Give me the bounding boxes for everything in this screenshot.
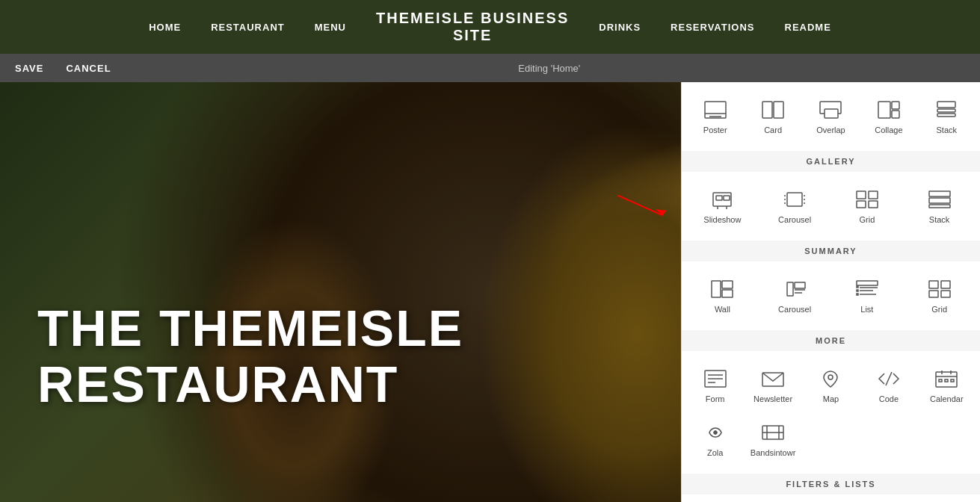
more-section-label: MORE (682, 330, 980, 351)
svg-rect-29 (857, 201, 866, 208)
svg-rect-27 (857, 191, 866, 199)
nav-restaurant[interactable]: RESTAURANT (211, 22, 285, 33)
stack-gallery-icon (926, 188, 953, 211)
code-option[interactable]: Code (861, 360, 916, 411)
svg-rect-37 (787, 282, 793, 296)
bandsintown-option[interactable]: Bandsintowr (745, 414, 800, 465)
svg-rect-33 (929, 205, 950, 208)
svg-rect-18 (716, 196, 722, 200)
svg-rect-9 (878, 102, 890, 118)
overlap-icon (817, 99, 844, 121)
collage-icon (875, 99, 902, 121)
svg-rect-46 (857, 294, 858, 295)
slideshow-icon (709, 188, 736, 211)
list-icon (854, 278, 881, 300)
form-option[interactable]: Form (688, 360, 742, 411)
nav-home[interactable]: HOME (149, 22, 181, 33)
svg-rect-8 (825, 109, 838, 118)
slideshow-option[interactable]: Slideshow (688, 181, 757, 232)
grid-summary-icon (926, 278, 953, 300)
editing-status: Editing 'Home' (134, 63, 965, 74)
nav-bar: HOME RESTAURANT MENU THEMEISLE BUSINESS … (0, 0, 980, 54)
carousel-summary-option[interactable]: Carousel (760, 270, 830, 321)
carousel-gallery-label: Carousel (778, 215, 811, 224)
nav-reservations[interactable]: RESERVATIONS (671, 22, 754, 33)
hero-title: THE THEMEISLE RESTAURANT (37, 300, 463, 412)
map-label: Map (823, 394, 839, 403)
card-option[interactable]: Card (745, 91, 800, 142)
display-section: Poster Card Overlap (682, 82, 980, 151)
poster-label: Poster (703, 126, 727, 134)
stack-icon (933, 99, 960, 121)
wall-icon (709, 278, 736, 300)
list-option[interactable]: List (833, 270, 902, 321)
map-icon (817, 368, 844, 390)
svg-rect-6 (774, 102, 783, 118)
svg-rect-35 (722, 281, 733, 288)
gallery-section: Slideshow Carousel (682, 172, 980, 241)
overlap-label: Overlap (816, 126, 845, 134)
calendar-icon (933, 368, 960, 390)
grid-gallery-label: Grid (859, 215, 875, 224)
svg-rect-50 (929, 291, 938, 297)
collage-option[interactable]: Collage (861, 91, 916, 142)
zola-icon (702, 421, 729, 444)
svg-rect-14 (937, 114, 955, 117)
block-picker-panel[interactable]: Poster Card Overlap (681, 82, 980, 502)
site-title: THEMEISLE BUSINESS SITE (376, 10, 569, 44)
filters-section: Search Content (682, 495, 980, 502)
svg-line-58 (886, 372, 892, 385)
summary-section-label: SUMMARY (682, 241, 980, 261)
save-button[interactable]: SAVE (15, 63, 43, 74)
svg-rect-12 (937, 102, 955, 108)
carousel-summary-icon (781, 278, 808, 300)
svg-rect-28 (869, 191, 878, 199)
svg-rect-11 (892, 111, 899, 118)
newsletter-option[interactable]: Newsletter (745, 360, 800, 411)
collage-label: Collage (875, 126, 902, 134)
grid-gallery-icon (854, 188, 881, 211)
summary-section: Wall Carousel (682, 261, 980, 330)
stack-display-label: Stack (937, 126, 958, 134)
nav-readme[interactable]: README (785, 22, 831, 33)
nav-drinks[interactable]: DRINKS (599, 22, 641, 33)
form-label: Form (706, 394, 725, 403)
overlap-option[interactable]: Overlap (804, 91, 858, 142)
svg-rect-20 (787, 193, 802, 206)
zola-option[interactable]: Zola (688, 414, 742, 465)
stack-gallery-option[interactable]: Stack (905, 181, 974, 232)
grid-gallery-option[interactable]: Grid (833, 181, 902, 232)
list-label: List (860, 305, 873, 314)
svg-rect-19 (724, 196, 730, 200)
svg-rect-38 (795, 282, 805, 288)
grid-summary-option[interactable]: Grid (905, 270, 974, 321)
svg-rect-41 (857, 281, 878, 285)
svg-rect-49 (941, 281, 950, 288)
svg-rect-34 (712, 281, 721, 297)
nav-menu[interactable]: MENU (315, 22, 346, 33)
form-icon (702, 368, 729, 390)
newsletter-label: Newsletter (754, 394, 792, 403)
carousel-gallery-option[interactable]: Carousel (760, 181, 830, 232)
map-option[interactable]: Map (804, 360, 858, 411)
cancel-button[interactable]: CANCEL (66, 63, 111, 74)
svg-rect-36 (722, 290, 733, 297)
stack-gallery-label: Stack (929, 215, 950, 224)
poster-option[interactable]: Poster (688, 91, 742, 142)
toolbar: SAVE CANCEL Editing 'Home' (0, 54, 980, 82)
calendar-option[interactable]: Calendar (919, 360, 974, 411)
svg-rect-45 (857, 290, 858, 291)
svg-rect-64 (945, 379, 948, 382)
code-label: Code (879, 394, 899, 403)
wall-option[interactable]: Wall (688, 270, 757, 321)
svg-rect-10 (892, 102, 899, 109)
slideshow-label: Slideshow (703, 215, 741, 224)
calendar-label: Calendar (930, 394, 964, 403)
stack-option[interactable]: Stack (919, 91, 974, 142)
bandsintown-label: Bandsintowr (751, 448, 796, 457)
svg-rect-48 (929, 281, 938, 288)
code-icon (875, 368, 902, 390)
svg-rect-65 (951, 379, 954, 382)
svg-rect-51 (941, 291, 950, 297)
newsletter-icon (759, 368, 786, 390)
